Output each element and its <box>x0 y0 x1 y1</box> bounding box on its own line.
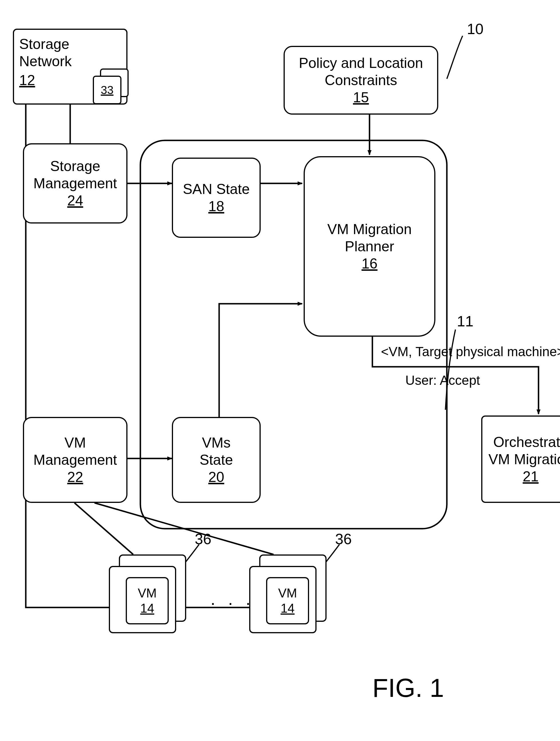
vm-stack-2-ref-inner: 14 <box>281 601 295 616</box>
label-vms-state: VMs State <box>200 434 233 469</box>
vm-stack-2-ref-outer: 36 <box>335 530 352 548</box>
box-san-state: SAN State 18 <box>172 157 261 238</box>
svg-line-7 <box>74 503 133 554</box>
box-orchestrate: Orchestrate VM Migration 21 <box>481 415 560 503</box>
vm-stack-1-ref-inner: 14 <box>140 601 154 616</box>
ref-storage-network: 12 <box>19 72 35 89</box>
svg-line-8 <box>94 503 274 554</box>
ref-orchestrate: 21 <box>523 468 539 485</box>
vm-stack-2-inner: VM 14 <box>266 577 309 624</box>
diagram-canvas: 10 11 Storage Network 12 33 Storage Mana… <box>0 0 560 741</box>
vm-stack-1-front: VM 14 <box>109 566 176 633</box>
box-storage-management: Storage Management 24 <box>23 143 128 223</box>
ref-container: 11 <box>457 312 474 330</box>
vm-stack-2-front: VM 14 <box>249 566 317 633</box>
box-vms-state: VMs State 20 <box>172 417 261 503</box>
label-san-state: SAN State <box>183 181 250 198</box>
label-orchestrate: Orchestrate VM Migration <box>488 433 560 468</box>
ref-san-state: 18 <box>208 198 224 215</box>
label-storage-network: Storage Network <box>19 36 121 70</box>
ref-vm-management: 22 <box>67 469 83 486</box>
box-planner: VM Migration Planner 16 <box>304 156 435 337</box>
ref-vms-state: 20 <box>208 469 224 486</box>
label-vm-management: VM Management <box>33 434 117 469</box>
label-storage-management: Storage Management <box>33 157 117 192</box>
minicard-front: 33 <box>93 76 122 104</box>
box-storage-network: Storage Network 12 33 <box>13 29 128 105</box>
vm-stack-1-inner: VM 14 <box>126 577 169 624</box>
figure-caption: FIG. 1 <box>372 673 444 703</box>
label-policy: Policy and Location Constraints <box>299 55 423 89</box>
arrow-text-top: <VM, Target physical machine> <box>381 344 560 359</box>
box-policy: Policy and Location Constraints 15 <box>284 46 438 115</box>
ref-planner: 16 <box>361 255 377 272</box>
box-vm-management: VM Management 22 <box>23 417 128 503</box>
ref-mini-33: 33 <box>101 83 114 97</box>
ref-policy: 15 <box>353 89 369 106</box>
ref-storage-management: 24 <box>67 192 83 209</box>
arrow-text-bottom: User: Accept <box>405 373 480 388</box>
vm-stack-2-label: VM <box>278 586 297 601</box>
vm-stack-1-label: VM <box>138 586 157 601</box>
vm-stack-ellipsis: . . . <box>211 589 254 609</box>
vm-stack-1-ref-outer: 36 <box>195 530 211 548</box>
label-planner: VM Migration Planner <box>328 221 412 255</box>
ref-system: 10 <box>467 20 484 38</box>
